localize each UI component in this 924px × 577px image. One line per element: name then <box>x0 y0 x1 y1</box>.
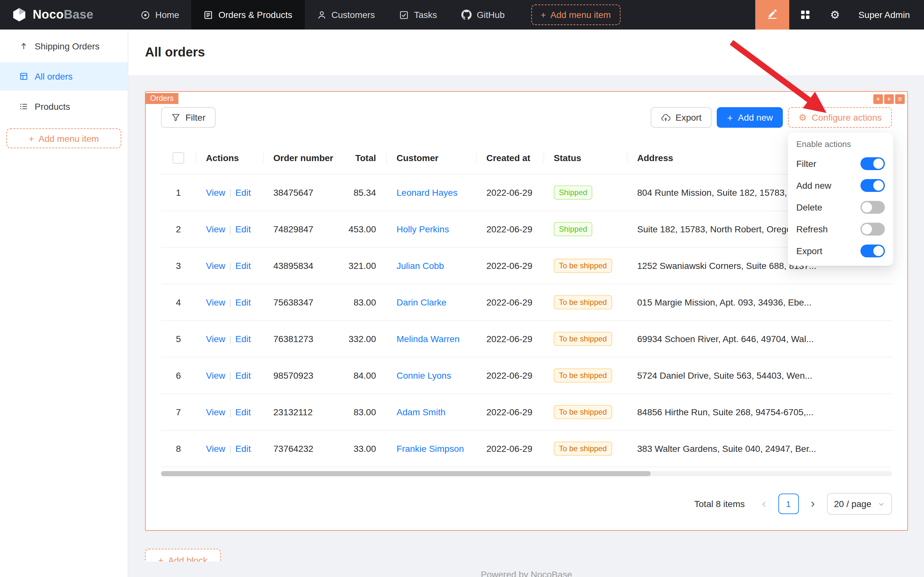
add-block-button[interactable]: Add block <box>145 549 221 562</box>
sidebar-item-label: Products <box>35 102 70 112</box>
plugins-grid-icon[interactable] <box>800 10 810 20</box>
select-all-checkbox[interactable] <box>172 152 184 164</box>
logo-noco: Noco <box>33 8 64 21</box>
sidebar-item-all-orders[interactable]: All orders <box>0 62 128 90</box>
row-index: 2 <box>161 224 196 234</box>
order-number-cell: 73764232 <box>263 443 335 454</box>
view-link[interactable]: View <box>206 187 225 198</box>
row-actions-cell: View Edit <box>196 334 263 344</box>
edit-link[interactable]: Edit <box>235 261 251 271</box>
edit-link[interactable]: Edit <box>235 407 251 417</box>
view-link[interactable]: View <box>206 334 225 344</box>
home-icon <box>140 10 150 19</box>
table-header-row: Actions Order number Total Customer Crea… <box>161 142 892 174</box>
scrollbar-thumb[interactable] <box>161 471 650 476</box>
row-index: 3 <box>161 261 196 271</box>
current-user[interactable]: Super Admin <box>858 10 910 20</box>
configure-actions-button[interactable]: Configure actions <box>788 107 892 128</box>
header-status: Status <box>544 153 627 163</box>
view-link[interactable]: View <box>206 443 225 454</box>
status-badge: To be shipped <box>554 332 612 346</box>
edit-link[interactable]: Edit <box>235 334 251 344</box>
customer-link[interactable]: Darin Clarke <box>396 297 447 308</box>
body-row: Shipping Orders All orders Products Add … <box>0 29 924 577</box>
prev-page-button[interactable] <box>755 493 773 514</box>
customer-link[interactable]: Leonard Hayes <box>396 187 457 198</box>
divider <box>229 370 231 380</box>
header-customer: Customer <box>386 153 476 163</box>
view-link[interactable]: View <box>206 407 225 417</box>
gear-icon <box>798 113 806 122</box>
order-number-cell: 74829847 <box>263 224 335 234</box>
nav-item-tasks[interactable]: Tasks <box>387 0 449 29</box>
customer-link[interactable]: Adam Smith <box>396 407 446 417</box>
table-body: 1 View Edit 38475647 85.34 <box>161 174 892 467</box>
toggle-switch[interactable] <box>860 245 885 257</box>
total-cell: 453.00 <box>335 224 386 234</box>
sidebar-item-shipping-orders[interactable]: Shipping Orders <box>0 32 128 60</box>
customer-link[interactable]: Holly Perkins <box>396 224 449 234</box>
enable-action-item[interactable]: Filter <box>788 153 893 174</box>
total-cell: 84.00 <box>335 370 386 380</box>
next-page-button[interactable] <box>804 493 822 514</box>
block-menu-icon[interactable] <box>895 94 905 104</box>
switch-knob <box>873 246 884 256</box>
enable-action-item[interactable]: Add new <box>788 174 893 197</box>
customer-link[interactable]: Melinda Warren <box>396 334 460 344</box>
created-at-cell: 2022-06-29 <box>476 443 544 454</box>
top-navbar: NocoBase Home Orders & Products Customer… <box>0 0 924 29</box>
sidebar: Shipping Orders All orders Products Add … <box>0 29 128 577</box>
toggle-switch[interactable] <box>860 201 885 214</box>
toggle-switch[interactable] <box>860 157 885 170</box>
status-cell: To be shipped <box>544 332 627 346</box>
edit-link[interactable]: Edit <box>235 187 251 198</box>
dropdown-items: Filter Add new Delete Refresh <box>788 153 893 262</box>
customer-link[interactable]: Julian Cobb <box>396 261 444 271</box>
customer-cell: Leonard Hayes <box>386 187 476 198</box>
divider <box>229 224 231 234</box>
export-button[interactable]: Export <box>650 107 712 128</box>
nav-label: Home <box>155 10 179 20</box>
add-field-plus-icon[interactable] <box>873 94 883 104</box>
enable-action-item[interactable]: Export <box>788 240 893 262</box>
edit-link[interactable]: Edit <box>235 370 251 380</box>
customer-link[interactable]: Frankie Simpson <box>396 443 464 454</box>
customer-cell: Connie Lyons <box>386 370 476 380</box>
enable-action-label: Export <box>796 246 822 256</box>
edit-link[interactable]: Edit <box>235 443 251 454</box>
toggle-switch[interactable] <box>860 223 885 235</box>
logo[interactable]: NocoBase <box>0 0 128 29</box>
nav-add-menu-item-button[interactable]: Add menu item <box>531 5 620 25</box>
address-cell: 84856 Hirthe Run, Suite 268, 94754-6705,… <box>627 407 892 417</box>
enable-action-item[interactable]: Delete <box>788 197 893 218</box>
page-size-select[interactable]: 20 / page <box>827 493 892 515</box>
enable-action-item[interactable]: Refresh <box>788 218 893 240</box>
customer-link[interactable]: Connie Lyons <box>396 370 451 380</box>
row-index: 4 <box>161 297 196 308</box>
toggle-switch[interactable] <box>860 179 885 192</box>
current-page-button[interactable]: 1 <box>778 493 798 514</box>
row-index: 6 <box>161 370 196 380</box>
filter-button[interactable]: Filter <box>161 107 216 128</box>
nav-item-customers[interactable]: Customers <box>304 0 387 29</box>
arrow-up-icon <box>19 42 28 51</box>
add-action-plus-icon[interactable] <box>884 94 894 104</box>
add-new-button[interactable]: Add new <box>717 107 783 128</box>
customer-cell: Melinda Warren <box>386 334 476 344</box>
settings-gear-icon[interactable] <box>830 9 840 20</box>
horizontal-scrollbar <box>161 471 892 476</box>
filter-funnel-icon <box>171 113 180 122</box>
nav-item-orders-products[interactable]: Orders & Products <box>192 0 304 29</box>
order-number-cell: 43895834 <box>263 261 335 271</box>
view-link[interactable]: View <box>206 224 225 234</box>
view-link[interactable]: View <box>206 297 225 308</box>
ui-editor-button[interactable] <box>755 0 789 29</box>
edit-link[interactable]: Edit <box>235 224 251 234</box>
sidebar-add-menu-item-button[interactable]: Add menu item <box>6 128 121 148</box>
edit-link[interactable]: Edit <box>235 297 251 308</box>
nav-item-github[interactable]: GitHub <box>449 0 517 29</box>
sidebar-item-products[interactable]: Products <box>0 92 128 121</box>
nav-item-home[interactable]: Home <box>128 0 192 29</box>
view-link[interactable]: View <box>206 370 225 380</box>
view-link[interactable]: View <box>206 261 225 271</box>
